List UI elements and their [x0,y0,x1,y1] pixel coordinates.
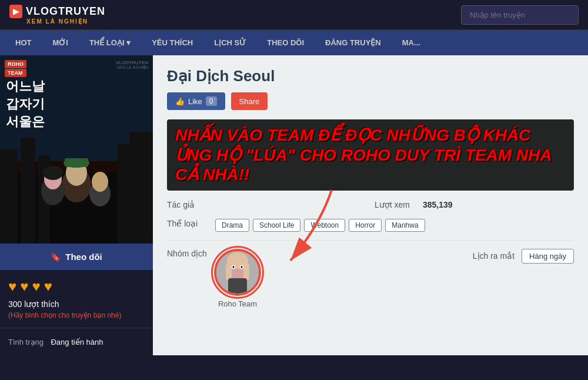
cover-placeholder: 어느날 갑자기 서울은 ROHO TEAM VLOGTRUYEN XEM LÀ … [0,55,153,244]
rating-section: ♥ ♥ ♥ ♥ 300 lượt thích (Hãy bình chọn ch… [0,270,153,328]
svg-text:어느날: 어느날 [6,79,45,94]
svg-rect-7 [129,132,153,244]
genre-row: Thể loại Drama School Life Webtoon Horro… [167,219,574,232]
avatar-svg [216,251,259,294]
translator-avatar-wrapper [214,249,261,296]
tag-horror[interactable]: Horror [349,219,382,232]
translator-avatar[interactable] [214,249,261,296]
schedule-label: Lịch ra mắt [473,251,514,261]
nav-dang-truyen[interactable]: ĐĂNG TRUYỆN [315,30,392,55]
translator-section: Nhóm dịch [167,249,261,308]
action-buttons: 👍 Like 0 Share [167,92,574,110]
svg-point-29 [241,266,243,268]
roho-badge: ROHO [5,60,26,68]
tag-manhwa[interactable]: Manhwa [385,219,425,232]
schedule-section: Lịch ra mắt Hàng ngày [473,249,574,264]
follow-button[interactable]: 🔖 Theo dõi [0,244,153,270]
author-label: Tác giả [167,200,208,209]
logo-text: VLOGTRUYEN [26,5,105,18]
vote-prompt: (Hãy bình chọn cho truyện bạn nhé) [8,311,145,319]
cover-svg: 어느날 갑자기 서울은 [0,55,153,244]
nav-yeu-thich[interactable]: YÊU THÍCH [141,30,203,55]
logo-sub: XEM LÀ NGHIỆN [26,18,88,25]
promo-banner: NHẤN VÀO TEAM ĐỂ ĐỌC NHỮNG BỘ KHÁC ỦNG H… [167,119,574,191]
schedule-value: Hàng ngày [522,249,574,264]
svg-text:갑자기: 갑자기 [6,96,45,111]
svg-point-14 [43,166,63,180]
logo-icon: ▶ [9,5,22,18]
genre-label: Thể loại [167,219,208,228]
divider [167,240,574,241]
left-panel: 어느날 갑자기 서울은 ROHO TEAM VLOGTRUYEN XEM LÀ … [0,55,153,355]
views-row: Lượt xem 385,139 [375,200,574,209]
hearts-row[interactable]: ♥ ♥ ♥ ♥ [8,278,145,295]
svg-rect-24 [243,263,249,281]
tag-school[interactable]: School Life [253,219,300,232]
nav-more[interactable]: MA... [392,30,431,55]
watermark-bot: XEM LÀ NGHIỆN [116,65,148,70]
translator-info: Roho Team [214,249,261,308]
logo[interactable]: ▶ VLOGTRUYEN XEM LÀ NGHIỆN [9,5,105,25]
nav-lich-su[interactable]: LỊCH SỬ [203,30,256,55]
watermark-top: VLOGTRUYEN [116,60,148,65]
genre-tags: Drama School Life Webtoon Horror Manhwa [215,219,425,232]
team-badge: TEAM [5,69,26,77]
main-nav: HOT MỚI THỂ LOẠI ▾ YÊU THÍCH LỊCH SỬ THE… [0,30,588,55]
status-section: Tình trạng Đang tiến hành [0,328,153,355]
svg-point-28 [233,266,235,268]
nav-hot[interactable]: HOT [5,30,42,55]
like-label: Like [188,97,202,106]
svg-text:서울은: 서울은 [6,114,45,129]
svg-rect-4 [21,138,35,244]
svg-rect-25 [228,278,247,294]
manga-cover: 어느날 갑자기 서울은 ROHO TEAM VLOGTRUYEN XEM LÀ … [0,55,153,244]
heart-1[interactable]: ♥ [8,278,16,295]
translator-name: Roho Team [218,299,257,308]
svg-rect-3 [0,149,18,244]
bookmark-icon: 🔖 [51,252,61,262]
nav-theo-doi[interactable]: THEO DÕI [256,30,315,55]
right-panel: Đại Dịch Seoul 👍 Like 0 Share NHẤN VÀO T… [153,55,588,355]
svg-point-16 [92,172,108,192]
heart-4[interactable]: ♥ [44,278,52,295]
heart-2[interactable]: ♥ [20,278,28,295]
nav-the-loai[interactable]: THỂ LOẠI ▾ [79,30,141,55]
translator-label: Nhóm dịch [167,249,208,258]
bottom-info-row: Nhóm dịch [167,249,574,308]
tag-drama[interactable]: Drama [215,219,249,232]
header: ▶ VLOGTRUYEN XEM LÀ NGHIỆN [0,0,588,30]
status-value: Đang tiến hành [51,338,103,346]
thumb-up-icon: 👍 [175,97,185,106]
promo-text: NHẤN VÀO TEAM ĐỂ ĐỌC NHỮNG BỘ KHÁC ỦNG H… [175,125,566,185]
svg-rect-23 [226,263,232,281]
status-label: Tình trạng [8,338,44,346]
views-value: 385,139 [423,200,453,209]
likes-count: 300 lượt thích [8,299,145,309]
heart-3[interactable]: ♥ [32,278,41,295]
main-content: 어느날 갑자기 서울은 ROHO TEAM VLOGTRUYEN XEM LÀ … [0,55,588,355]
manga-title: Đại Dịch Seoul [167,67,574,85]
info-grid: Tác giả Lượt xem 385,139 [167,200,574,209]
views-label: Lượt xem [375,200,416,209]
author-row: Tác giả [167,200,366,209]
like-count: 0 [206,96,217,106]
like-button[interactable]: 👍 Like 0 [167,92,225,110]
search-input[interactable] [461,5,579,25]
svg-rect-11 [65,158,88,167]
watermark: VLOGTRUYEN XEM LÀ NGHIỆN [116,60,148,70]
cover-badge: ROHO TEAM [5,60,26,77]
content-area: 어느날 갑자기 서울은 ROHO TEAM VLOGTRUYEN XEM LÀ … [0,55,588,355]
follow-label: Theo dõi [65,252,102,262]
tag-webtoon[interactable]: Webtoon [304,219,345,232]
nav-moi[interactable]: MỚI [42,30,78,55]
share-button[interactable]: Share [231,92,268,110]
